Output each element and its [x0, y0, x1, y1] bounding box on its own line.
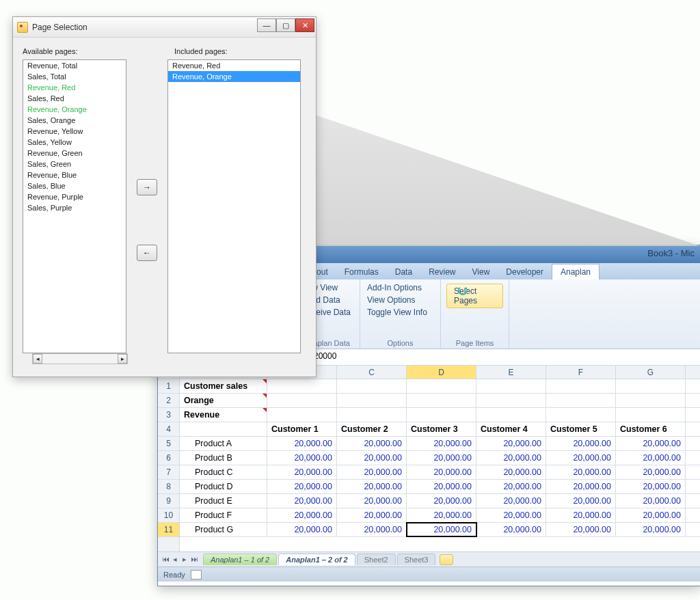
row-header[interactable]: 8: [158, 480, 179, 494]
cell[interactable]: 20,000.00: [267, 508, 337, 522]
cell[interactable]: Product A: [180, 437, 267, 450]
available-page-item[interactable]: Sales, Blue: [23, 180, 126, 191]
cell[interactable]: 20,000.00: [337, 508, 407, 522]
available-page-item[interactable]: Revenue, Blue: [23, 169, 126, 180]
cell[interactable]: [546, 379, 616, 393]
cell[interactable]: 20,000.00: [476, 523, 546, 536]
cell[interactable]: 20,000.00: [546, 465, 616, 479]
scroll-left-arrow[interactable]: ◂: [33, 354, 42, 364]
cell[interactable]: [476, 408, 546, 422]
cell[interactable]: [337, 379, 407, 393]
cell[interactable]: [476, 394, 546, 407]
cell[interactable]: 20,000.00: [407, 523, 476, 536]
included-pages-listbox[interactable]: Revenue, RedRevenue, Orange: [167, 59, 301, 353]
cell[interactable]: 20,000.00: [616, 508, 686, 522]
cell[interactable]: [616, 408, 686, 422]
tab-formulas[interactable]: Formulas: [336, 264, 387, 279]
cell[interactable]: 20,000.00: [267, 480, 337, 493]
select-pages-button[interactable]: Select Pages: [446, 284, 503, 308]
cell[interactable]: 20,000.00: [267, 437, 337, 450]
cell[interactable]: 20,000.00: [476, 451, 546, 465]
row-headers[interactable]: 1234567891011: [158, 379, 180, 551]
minimize-button[interactable]: —: [257, 18, 276, 32]
col-header-G[interactable]: G: [616, 366, 686, 379]
scroll-track[interactable]: [42, 354, 118, 364]
cell[interactable]: [616, 379, 686, 393]
available-page-item[interactable]: Revenue, Red: [23, 82, 126, 93]
cell[interactable]: 20,000.00: [616, 523, 686, 536]
cell[interactable]: 20,000.00: [546, 508, 616, 522]
available-page-item[interactable]: Revenue, Yellow: [23, 126, 126, 137]
tab-data[interactable]: Data: [387, 264, 420, 279]
sheet-tab-sheet2[interactable]: Sheet2: [357, 554, 396, 565]
row-header[interactable]: 7: [158, 465, 179, 480]
cell[interactable]: 20,000.00: [267, 523, 337, 536]
cell[interactable]: 20,000.00: [337, 494, 407, 508]
cell[interactable]: [267, 408, 337, 422]
col-header-F[interactable]: F: [546, 366, 616, 379]
available-page-item[interactable]: Sales, Orange: [23, 115, 126, 126]
cell[interactable]: 20,000.00: [337, 437, 407, 450]
spreadsheet-grid[interactable]: Customer salesOrangeRevenueCustomer 1Cus…: [180, 379, 700, 551]
cell[interactable]: 20,000.00: [407, 451, 476, 465]
cell[interactable]: Product B: [180, 451, 267, 465]
cell[interactable]: 20,000.00: [546, 437, 616, 450]
included-page-item[interactable]: Revenue, Orange: [168, 71, 300, 82]
cell[interactable]: Product G: [180, 523, 267, 536]
cell[interactable]: Customer sales: [180, 379, 267, 393]
cell[interactable]: 20,000.00: [407, 465, 476, 479]
row-header[interactable]: 4: [158, 422, 179, 437]
cell[interactable]: 20,000.00: [546, 480, 616, 493]
cell[interactable]: [546, 408, 616, 422]
cell[interactable]: Product E: [180, 494, 267, 508]
cell[interactable]: [407, 394, 476, 407]
sheet-nav-prev[interactable]: ◂: [170, 555, 180, 564]
cell[interactable]: [476, 379, 546, 393]
scroll-right-arrow[interactable]: ▸: [118, 354, 127, 364]
cell[interactable]: Customer 6: [616, 422, 686, 436]
sheet-nav-last[interactable]: ⏭: [189, 555, 199, 564]
cell[interactable]: 20,000.00: [476, 494, 546, 508]
tab-review[interactable]: Review: [420, 264, 463, 279]
available-page-item[interactable]: Revenue, Orange: [23, 104, 126, 115]
cell[interactable]: 20,000.00: [546, 451, 616, 465]
cell[interactable]: 20,000.00: [407, 480, 476, 493]
cell[interactable]: 20,000.00: [546, 523, 616, 536]
cell[interactable]: [407, 408, 476, 422]
cell[interactable]: 20,000.00: [407, 508, 476, 522]
cell[interactable]: [616, 394, 686, 407]
row-header[interactable]: 1: [158, 379, 179, 394]
available-page-item[interactable]: Revenue, Total: [23, 60, 126, 71]
dialog-titlebar[interactable]: Page Selection — ▢ ✕: [13, 17, 316, 38]
cell[interactable]: Customer 3: [407, 422, 476, 436]
cell[interactable]: 20,000.00: [337, 523, 407, 536]
tab-developer[interactable]: Developer: [498, 264, 552, 279]
sheet-nav-next[interactable]: ▸: [180, 555, 189, 564]
cell[interactable]: [546, 394, 616, 407]
cell[interactable]: 20,000.00: [337, 451, 407, 465]
cell[interactable]: 20,000.00: [267, 451, 337, 465]
cell[interactable]: 20,000.00: [476, 480, 546, 493]
available-list-hscrollbar[interactable]: ◂ ▸: [32, 353, 128, 364]
cell[interactable]: [180, 422, 267, 436]
row-header[interactable]: 6: [158, 451, 179, 465]
cell[interactable]: Product D: [180, 480, 267, 493]
available-pages-listbox[interactable]: Revenue, TotalSales, TotalRevenue, RedSa…: [23, 59, 126, 353]
tab-view[interactable]: View: [464, 264, 498, 279]
col-header-D[interactable]: D: [407, 366, 476, 379]
cell[interactable]: 20,000.00: [616, 465, 686, 479]
cell[interactable]: [267, 394, 337, 407]
available-page-item[interactable]: Sales, Purple: [23, 202, 126, 213]
cell[interactable]: 20,000.00: [476, 465, 546, 479]
cell[interactable]: 20,000.00: [476, 508, 546, 522]
row-header[interactable]: 11: [158, 523, 179, 537]
close-button[interactable]: ✕: [295, 18, 314, 32]
available-page-item[interactable]: Sales, Yellow: [23, 137, 126, 148]
maximize-button[interactable]: ▢: [276, 18, 295, 32]
row-header[interactable]: 10: [158, 508, 179, 523]
ribbon-toggle-view-info[interactable]: Toggle View Info: [366, 307, 429, 318]
cell[interactable]: [267, 379, 337, 393]
formula-input[interactable]: 20000: [308, 349, 700, 365]
cell[interactable]: Revenue: [180, 408, 267, 422]
row-header[interactable]: 2: [158, 394, 179, 408]
